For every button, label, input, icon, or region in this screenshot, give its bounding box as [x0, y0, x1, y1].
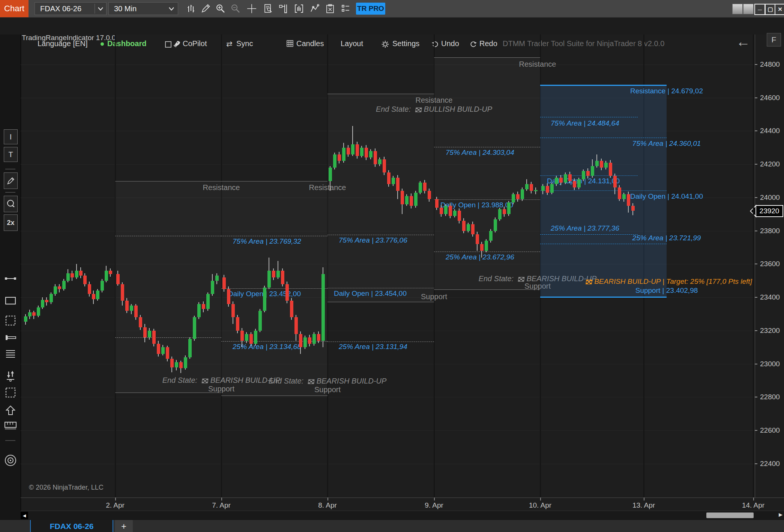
pencil-tool-button[interactable] [4, 172, 18, 189]
drawing-objects-button[interactable] [308, 3, 321, 15]
range-9apr-level-line [434, 199, 540, 200]
candle [193, 317, 196, 339]
arrow-up-tool-button[interactable] [0, 405, 21, 416]
strategies-icon [325, 4, 335, 13]
copilot-checkbox[interactable] [165, 41, 171, 48]
zoom-in-icon [216, 4, 225, 13]
interval-selector[interactable]: 30 Min [108, 2, 178, 15]
candle [24, 316, 27, 321]
candle [342, 148, 345, 161]
candle [573, 181, 576, 188]
candle [507, 202, 511, 214]
candle [267, 271, 271, 287]
line [6, 357, 15, 358]
scroll-right-arrow[interactable]: ▶ [779, 512, 782, 517]
slider-tool-button[interactable] [0, 334, 21, 340]
menu-lines-tool-button[interactable] [0, 349, 21, 358]
candle [222, 277, 226, 289]
price-axis-tick [755, 364, 757, 364]
scroll-left-arrow[interactable]: ◀ [21, 512, 28, 519]
magnifier-tool-button[interactable] [4, 196, 18, 212]
candle [338, 154, 341, 161]
close-button[interactable]: ✕ [775, 4, 784, 15]
menu-copilot[interactable]: CoPilot [183, 39, 207, 48]
candle [458, 211, 461, 221]
crosshair-button[interactable] [245, 3, 258, 15]
data-series-button[interactable] [262, 3, 275, 15]
price-axis-label: 24400 [760, 127, 780, 135]
window-shade2-button[interactable] [743, 4, 754, 14]
chart-trader-button[interactable] [293, 3, 305, 15]
menu-undo[interactable]: Undo [441, 39, 459, 48]
menu-redo[interactable]: Redo [479, 39, 497, 48]
transfer-updown-tool-button[interactable] [0, 370, 21, 382]
back-arrow-icon[interactable]: ← [736, 34, 750, 49]
chart-style-button[interactable] [185, 3, 197, 15]
window-shade-button[interactable] [732, 4, 743, 14]
chevron-down-icon [98, 7, 103, 10]
region-select-tool-button[interactable] [0, 315, 21, 326]
zoom-out-button[interactable] [229, 3, 242, 15]
price-axis-label: 24800 [760, 60, 780, 69]
rocket-icon [172, 40, 180, 48]
candle [534, 190, 538, 191]
scrollbar-thumb[interactable] [706, 513, 754, 518]
candle [498, 209, 502, 219]
range-10apr-active-label: 75% Area | 24.360,01 [632, 139, 701, 148]
target-tool-button[interactable] [0, 454, 21, 467]
candle [166, 347, 169, 359]
minimize-button[interactable]: ─ [754, 4, 765, 15]
candle [365, 148, 368, 158]
candle [525, 184, 529, 189]
candle [215, 276, 219, 280]
chart-left-sidebar: I T 2x [0, 34, 21, 520]
candle [383, 159, 386, 172]
maximize-button[interactable]: ▢ [765, 4, 776, 15]
range-9apr-label: Resistance [519, 60, 556, 69]
candle [609, 163, 612, 176]
strategies-button[interactable] [324, 3, 336, 15]
tr-pro-button[interactable]: TR PRO [356, 3, 385, 15]
info-tool-button[interactable]: I [4, 129, 18, 144]
range-10apr-active-support-line [540, 297, 667, 298]
add-tab-button[interactable]: + [115, 520, 133, 532]
zoom-2x-button[interactable]: 2x [4, 214, 18, 231]
range-10apr-active-label: Daily Open | 24.041,00 [630, 192, 703, 201]
range-7apr-label: 25% Area | 23.134,68 [233, 343, 301, 351]
range-8apr [327, 94, 434, 302]
range-2apr [115, 181, 221, 393]
line [6, 355, 15, 355]
f-button[interactable]: F [767, 33, 781, 46]
horizontal-scrollbar[interactable]: ◀ ▶ [21, 511, 784, 520]
region-select-tool-button-2[interactable] [0, 387, 21, 398]
range-2apr-level-line [115, 236, 221, 236]
rectangle-tool-button[interactable] [0, 296, 21, 305]
time-axis-tick [115, 498, 116, 501]
menu-settings[interactable]: Settings [392, 39, 419, 48]
range-10apr-active-label: 25% Area | 23.721,99 [632, 234, 701, 242]
price-axis-label: 23600 [760, 260, 780, 268]
ninjatrader-window: Chart FDAX 06-26 30 Min [0, 0, 784, 532]
time-axis-tick [753, 498, 754, 501]
draw-button[interactable] [199, 3, 212, 15]
candle [109, 271, 112, 274]
crosshair-icon [246, 3, 257, 14]
properties-button[interactable] [339, 3, 352, 15]
panel-right-button[interactable] [277, 3, 290, 15]
candle [600, 161, 603, 168]
target-icon [4, 454, 17, 467]
line-tool-button[interactable] [0, 276, 21, 281]
zoom-in-button[interactable] [214, 3, 227, 15]
divider [95, 4, 95, 13]
menu-layout[interactable]: Layout [341, 39, 363, 48]
text-tool-button[interactable]: T [4, 147, 18, 162]
candle [591, 166, 594, 176]
instrument-selector[interactable]: FDAX 06-26 [35, 2, 107, 15]
tab-fdax-06-26[interactable]: FDAX 06-26 [30, 520, 113, 532]
candle [347, 148, 350, 154]
line-segment-icon [5, 276, 17, 281]
ruler-tool-button[interactable] [0, 421, 21, 430]
menu-sync[interactable]: Sync [236, 39, 253, 48]
candle [423, 183, 427, 191]
menu-candles[interactable]: Candles [296, 39, 324, 48]
